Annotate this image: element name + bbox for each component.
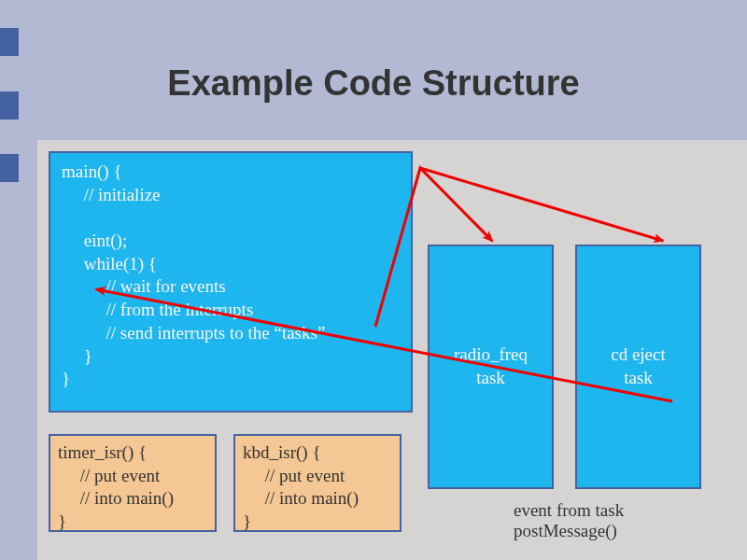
accent-bar <box>0 154 19 182</box>
task-box-cd-eject: cd eject task <box>575 245 701 489</box>
task-box-radio-freq: radio_freq task <box>428 245 554 489</box>
task-label: radio_freq task <box>454 343 528 389</box>
diagram-canvas: main() { // initialize eint(); while(1) … <box>37 140 747 560</box>
isr-box-kbd: kbd_isr() { // put event // into main() … <box>233 434 402 532</box>
arrow-main-to-task2 <box>420 168 663 241</box>
accent-bar <box>0 28 19 56</box>
isr-box-timer: timer_isr() { // put event // into main(… <box>49 434 217 532</box>
task-label: cd eject task <box>611 343 666 389</box>
main-code-box: main() { // initialize eint(); while(1) … <box>49 151 413 413</box>
page-title: Example Code Structure <box>0 63 747 104</box>
caption-text: event from task postMessage() <box>514 500 624 541</box>
